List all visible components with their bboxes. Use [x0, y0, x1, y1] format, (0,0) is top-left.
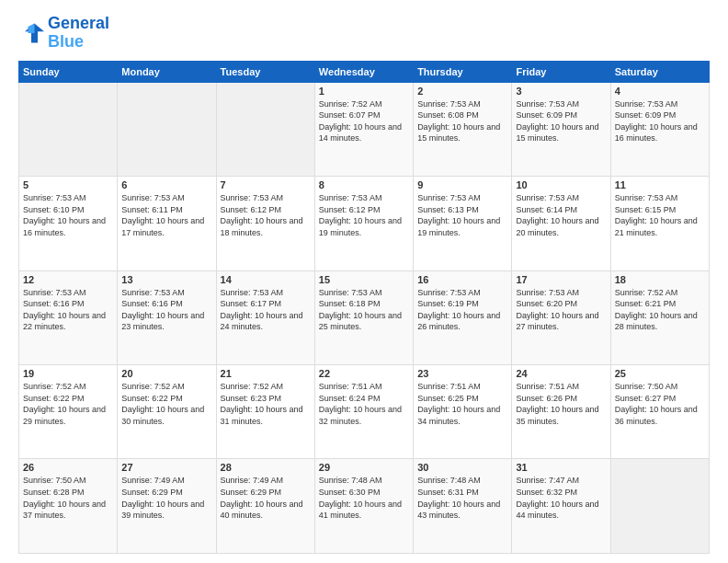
weekday-header-cell: Saturday [610, 61, 709, 82]
day-number: 6 [121, 179, 211, 190]
calendar-cell: 10 Sunrise: 7:53 AM Sunset: 6:14 PM Dayl… [512, 177, 610, 270]
calendar-cell: 2 Sunrise: 7:53 AM Sunset: 6:08 PM Dayli… [414, 82, 512, 176]
weekday-header-cell: Friday [512, 61, 610, 82]
calendar-cell: 19 Sunrise: 7:52 AM Sunset: 6:22 PM Dayl… [19, 365, 118, 459]
calendar-cell: 7 Sunrise: 7:53 AM Sunset: 6:12 PM Dayli… [216, 177, 314, 270]
calendar-cell: 9 Sunrise: 7:53 AM Sunset: 6:13 PM Dayli… [414, 177, 512, 270]
weekday-header-row: SundayMondayTuesdayWednesdayThursdayFrid… [19, 61, 710, 82]
cell-info: Sunrise: 7:53 AM Sunset: 6:11 PM Dayligh… [121, 192, 211, 238]
weekday-header-cell: Thursday [414, 61, 512, 82]
calendar-cell: 14 Sunrise: 7:53 AM Sunset: 6:17 PM Dayl… [216, 270, 314, 364]
day-number: 24 [516, 368, 606, 379]
calendar-cell: 30 Sunrise: 7:48 AM Sunset: 6:31 PM Dayl… [414, 459, 512, 554]
day-number: 3 [516, 86, 606, 97]
day-number: 29 [319, 462, 409, 473]
calendar-row: 26 Sunrise: 7:50 AM Sunset: 6:28 PM Dayl… [19, 459, 710, 554]
svg-marker-1 [28, 23, 35, 33]
calendar-table: SundayMondayTuesdayWednesdayThursdayFrid… [18, 61, 710, 554]
day-number: 8 [319, 179, 409, 190]
cell-info: Sunrise: 7:53 AM Sunset: 6:12 PM Dayligh… [319, 192, 409, 238]
day-number: 13 [121, 274, 211, 285]
calendar-body: 1 Sunrise: 7:52 AM Sunset: 6:07 PM Dayli… [19, 82, 710, 553]
day-number: 26 [23, 462, 113, 473]
calendar-row: 1 Sunrise: 7:52 AM Sunset: 6:07 PM Dayli… [19, 82, 710, 176]
cell-info: Sunrise: 7:51 AM Sunset: 6:25 PM Dayligh… [417, 381, 507, 427]
cell-info: Sunrise: 7:53 AM Sunset: 6:20 PM Dayligh… [516, 287, 606, 333]
day-number: 7 [221, 179, 311, 190]
calendar-row: 5 Sunrise: 7:53 AM Sunset: 6:10 PM Dayli… [19, 177, 710, 270]
cell-info: Sunrise: 7:53 AM Sunset: 6:15 PM Dayligh… [615, 192, 705, 238]
calendar-cell: 16 Sunrise: 7:53 AM Sunset: 6:19 PM Dayl… [414, 270, 512, 364]
logo: General Blue [18, 15, 109, 52]
cell-info: Sunrise: 7:53 AM Sunset: 6:16 PM Dayligh… [121, 287, 211, 333]
calendar-cell [216, 82, 314, 176]
calendar-cell: 13 Sunrise: 7:53 AM Sunset: 6:16 PM Dayl… [118, 270, 216, 364]
cell-info: Sunrise: 7:51 AM Sunset: 6:26 PM Dayligh… [516, 381, 606, 427]
page: General Blue SundayMondayTuesdayWednesda… [0, 0, 728, 563]
day-number: 31 [516, 462, 606, 473]
calendar-cell: 15 Sunrise: 7:53 AM Sunset: 6:18 PM Dayl… [314, 270, 413, 364]
calendar-cell: 4 Sunrise: 7:53 AM Sunset: 6:09 PM Dayli… [610, 82, 709, 176]
cell-info: Sunrise: 7:53 AM Sunset: 6:17 PM Dayligh… [221, 287, 311, 333]
weekday-header-cell: Tuesday [216, 61, 314, 82]
day-number: 25 [615, 368, 705, 379]
cell-info: Sunrise: 7:53 AM Sunset: 6:08 PM Dayligh… [417, 98, 507, 144]
calendar-cell: 17 Sunrise: 7:53 AM Sunset: 6:20 PM Dayl… [512, 270, 610, 364]
calendar-cell: 12 Sunrise: 7:53 AM Sunset: 6:16 PM Dayl… [19, 270, 118, 364]
day-number: 12 [23, 274, 113, 285]
cell-info: Sunrise: 7:53 AM Sunset: 6:09 PM Dayligh… [516, 98, 606, 144]
calendar-cell: 31 Sunrise: 7:47 AM Sunset: 6:32 PM Dayl… [512, 459, 610, 554]
cell-info: Sunrise: 7:51 AM Sunset: 6:24 PM Dayligh… [319, 381, 409, 427]
cell-info: Sunrise: 7:52 AM Sunset: 6:21 PM Dayligh… [615, 287, 705, 333]
cell-info: Sunrise: 7:48 AM Sunset: 6:30 PM Dayligh… [319, 475, 409, 521]
cell-info: Sunrise: 7:48 AM Sunset: 6:31 PM Dayligh… [417, 475, 507, 521]
cell-info: Sunrise: 7:52 AM Sunset: 6:07 PM Dayligh… [319, 98, 409, 144]
day-number: 23 [417, 368, 507, 379]
cell-info: Sunrise: 7:53 AM Sunset: 6:12 PM Dayligh… [221, 192, 311, 238]
calendar-cell: 18 Sunrise: 7:52 AM Sunset: 6:21 PM Dayl… [610, 270, 709, 364]
calendar-cell: 5 Sunrise: 7:53 AM Sunset: 6:10 PM Dayli… [19, 177, 118, 270]
cell-info: Sunrise: 7:53 AM Sunset: 6:09 PM Dayligh… [615, 98, 705, 144]
weekday-header-cell: Monday [118, 61, 216, 82]
calendar-cell: 21 Sunrise: 7:52 AM Sunset: 6:23 PM Dayl… [216, 365, 314, 459]
calendar-cell [610, 459, 709, 554]
day-number: 30 [417, 462, 507, 473]
day-number: 16 [417, 274, 507, 285]
calendar-row: 12 Sunrise: 7:53 AM Sunset: 6:16 PM Dayl… [19, 270, 710, 364]
calendar-cell: 6 Sunrise: 7:53 AM Sunset: 6:11 PM Dayli… [118, 177, 216, 270]
day-number: 19 [23, 368, 113, 379]
calendar-cell: 28 Sunrise: 7:49 AM Sunset: 6:29 PM Dayl… [216, 459, 314, 554]
calendar-cell [19, 82, 118, 176]
calendar-cell: 11 Sunrise: 7:53 AM Sunset: 6:15 PM Dayl… [610, 177, 709, 270]
cell-info: Sunrise: 7:53 AM Sunset: 6:18 PM Dayligh… [319, 287, 409, 333]
cell-info: Sunrise: 7:50 AM Sunset: 6:28 PM Dayligh… [23, 475, 113, 521]
calendar-cell [118, 82, 216, 176]
calendar-cell: 24 Sunrise: 7:51 AM Sunset: 6:26 PM Dayl… [512, 365, 610, 459]
day-number: 20 [121, 368, 211, 379]
cell-info: Sunrise: 7:49 AM Sunset: 6:29 PM Dayligh… [221, 475, 311, 521]
day-number: 1 [319, 86, 409, 97]
day-number: 21 [221, 368, 311, 379]
logo-text: General Blue [48, 15, 109, 52]
day-number: 27 [121, 462, 211, 473]
logo-icon [18, 20, 44, 46]
calendar-cell: 20 Sunrise: 7:52 AM Sunset: 6:22 PM Dayl… [118, 365, 216, 459]
day-number: 2 [417, 86, 507, 97]
cell-info: Sunrise: 7:47 AM Sunset: 6:32 PM Dayligh… [516, 475, 606, 521]
day-number: 5 [23, 179, 113, 190]
calendar-cell: 1 Sunrise: 7:52 AM Sunset: 6:07 PM Dayli… [314, 82, 413, 176]
day-number: 15 [319, 274, 409, 285]
day-number: 22 [319, 368, 409, 379]
cell-info: Sunrise: 7:50 AM Sunset: 6:27 PM Dayligh… [615, 381, 705, 427]
cell-info: Sunrise: 7:52 AM Sunset: 6:23 PM Dayligh… [221, 381, 311, 427]
day-number: 28 [221, 462, 311, 473]
calendar-row: 19 Sunrise: 7:52 AM Sunset: 6:22 PM Dayl… [19, 365, 710, 459]
cell-info: Sunrise: 7:53 AM Sunset: 6:19 PM Dayligh… [417, 287, 507, 333]
calendar-cell: 26 Sunrise: 7:50 AM Sunset: 6:28 PM Dayl… [19, 459, 118, 554]
calendar-cell: 23 Sunrise: 7:51 AM Sunset: 6:25 PM Dayl… [414, 365, 512, 459]
calendar-cell: 29 Sunrise: 7:48 AM Sunset: 6:30 PM Dayl… [314, 459, 413, 554]
day-number: 10 [516, 179, 606, 190]
day-number: 18 [615, 274, 705, 285]
cell-info: Sunrise: 7:52 AM Sunset: 6:22 PM Dayligh… [121, 381, 211, 427]
calendar-cell: 22 Sunrise: 7:51 AM Sunset: 6:24 PM Dayl… [314, 365, 413, 459]
